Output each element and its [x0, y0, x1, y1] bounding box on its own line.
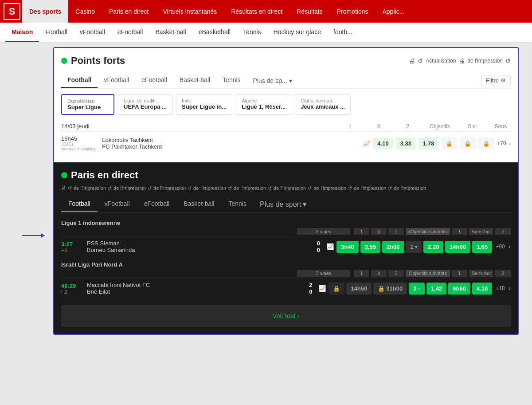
second-nav-efootball[interactable]: eFootball [111, 23, 149, 43]
voir-tout-container[interactable]: Voir tout › [61, 305, 511, 327]
live-odd-2-next-1[interactable]: 3 ▾ [409, 283, 425, 295]
live-chart-icon-1[interactable]: 📈 [324, 243, 336, 250]
refresh-sub-3[interactable]: ↺ [148, 185, 152, 191]
league-pill-uzbekistan[interactable]: Ouzbékistan Super Ligue [61, 94, 114, 115]
league-pill-clubs[interactable]: Clubs internati... Jeux amicaux ... [295, 94, 351, 115]
sport-tab-efootball[interactable]: eFootball [135, 73, 173, 88]
refresh-icon[interactable] [418, 57, 423, 64]
live-odd-1-x[interactable]: 3,55 [360, 241, 380, 253]
refresh-sub-6[interactable]: ↺ [268, 185, 272, 191]
live-more-sports[interactable]: Plus de sport ▾ [254, 197, 313, 212]
second-nav-tennis[interactable]: Tennis [237, 23, 267, 43]
live-more-2[interactable]: +18 [494, 285, 506, 291]
second-nav-hockey[interactable]: Hockey sur glace [267, 23, 327, 43]
chevron-down-icon: ▾ [289, 77, 292, 84]
live-chart-icon-2[interactable]: 📈 [316, 285, 329, 292]
nav-resultats-direct[interactable]: Résultats en direct [224, 0, 289, 23]
live-odd-1-next-1[interactable]: 1 ▾ [406, 241, 422, 253]
right-spacer [523, 47, 528, 335]
paris-direct-header: Paris en direct [61, 169, 511, 181]
odd-btn-1[interactable]: 4.10 [373, 138, 393, 149]
second-nav-football[interactable]: Football [39, 23, 74, 43]
second-nav-maison[interactable]: Maison [5, 23, 39, 43]
refresh-sub-9[interactable]: ↺ [388, 185, 392, 191]
odd-btn-locked-1[interactable]: 🔒 [441, 138, 457, 149]
second-nav-more[interactable]: footb... [327, 23, 359, 43]
paris-direct-section: Paris en direct 🖨 ↺ de l'impression ↺ de… [54, 162, 518, 334]
nav-des-sports[interactable]: Des sports [22, 0, 68, 23]
refresh-sub-1[interactable]: ↺ [68, 185, 72, 191]
live-tab-efootball[interactable]: eFootball [137, 197, 177, 212]
nav-paris-direct[interactable]: Paris en direct [102, 0, 156, 23]
sans-but-label-2: Sans but [469, 270, 493, 277]
league-pill-algerie[interactable]: Algérie Ligue 1, Réser... [236, 94, 291, 115]
odd-btn-x[interactable]: 3.33 [396, 138, 416, 149]
match-time: 16h45 [61, 135, 98, 142]
chart-icon[interactable]: 📈 [360, 140, 373, 147]
print-sub-icon[interactable]: 🖨 [61, 185, 66, 191]
filter-button[interactable]: Filtre ⚙ [481, 75, 511, 86]
print-icon-2[interactable]: 🖨 [458, 57, 465, 64]
sport-tab-basket[interactable]: Basket-ball [173, 73, 216, 88]
refresh-sub-5[interactable]: ↺ [228, 185, 232, 191]
odd-btn-locked-2[interactable]: 🔒 [460, 138, 476, 149]
sport-tab-vfootball[interactable]: vFootball [98, 73, 135, 88]
sport-tab-tennis[interactable]: Tennis [216, 73, 246, 88]
live-odd-2-val2-next[interactable]: 6h60 [448, 283, 470, 295]
live-odd-2-val1[interactable]: 14h50 [346, 283, 372, 295]
live-odd-1-val2[interactable]: 14h00 [445, 241, 470, 253]
logo[interactable]: S [4, 3, 20, 20]
match-teams: Lokomotiv Tachkent FC Pakhtakor Tachkent [98, 137, 360, 150]
refresh-sub-4[interactable]: ↺ [188, 185, 192, 191]
league-pill-europa[interactable]: Ligue de réalit... UEFA Europa ... [118, 94, 172, 115]
second-nav-ebasket[interactable]: eBasketball [192, 23, 237, 43]
refresh-sub-8[interactable]: ↺ [348, 185, 352, 191]
live-match-row-2: 49:29 H2 Maccabi Ironi Nativot FC 2 Bné … [61, 279, 511, 298]
refresh-sub-2[interactable]: ↺ [108, 185, 112, 191]
live-odd-2-val1-next[interactable]: 1,42 [426, 283, 446, 295]
live-tab-football[interactable]: Football [61, 197, 98, 212]
nav-resultats[interactable]: Résultats [289, 0, 329, 23]
live-odd-2-val2[interactable]: 🔒 31h00 [373, 283, 407, 295]
live-odd-1-time[interactable]: 3h40 [336, 241, 359, 253]
live-odd-1-val1[interactable]: 2.20 [423, 241, 443, 253]
nav-promotions[interactable]: Promotions [330, 0, 376, 23]
match-id-label: Numéro d'identifica... [61, 147, 98, 151]
paris-direct-title: Paris en direct [71, 169, 138, 181]
league-pill-inde[interactable]: Inde Super Ligue in... [176, 94, 232, 115]
col-label-2: 2 [398, 123, 418, 130]
sub-col-x: X [371, 228, 387, 235]
live-chevron-right-1[interactable]: › [509, 243, 511, 251]
live-odd-1-2[interactable]: 2h00 [382, 241, 404, 253]
live-tab-basket[interactable]: Basket-ball [176, 197, 221, 212]
refresh-sub-7[interactable]: ↺ [308, 185, 312, 191]
sub-actions: 🖨 ↺ de l'impression ↺ de l'impression ↺ … [61, 185, 511, 191]
refresh-icon-2[interactable]: ↺ [505, 57, 511, 64]
live-odd-1-val3[interactable]: 1,65 [472, 241, 492, 253]
more-sports-dropdown[interactable]: Plus de sp... ▾ [247, 74, 298, 88]
live-odd-2-val3-next[interactable]: 4.10 [472, 283, 492, 295]
sub-col-1: 1 [354, 228, 369, 235]
nav-virtuels[interactable]: Virtuels instantanés [156, 0, 224, 23]
match-team1: Lokomotiv Tachkent [102, 137, 357, 143]
odd-btn-locked-3[interactable]: 🔒 [478, 138, 494, 149]
live-more-1[interactable]: +90 [494, 244, 506, 250]
live-odds-1: 3h40 3,55 2h00 1 ▾ 2.20 14h00 1,65 +90 › [336, 241, 511, 253]
match-row: 16h45 30451 Numéro d'identifica... Lokom… [61, 132, 511, 155]
nav-applic[interactable]: Applic... [376, 0, 412, 23]
sub-col-2-2: 2 [388, 270, 404, 277]
sport-tab-football[interactable]: Football [61, 73, 98, 88]
live-sport-tabs: Football vFootball eFootball Basket-ball… [61, 197, 511, 212]
live-chevron-right-2[interactable]: › [509, 284, 511, 292]
chevron-right-icon[interactable]: › [509, 140, 511, 147]
live-tab-tennis[interactable]: Tennis [221, 197, 253, 212]
dropdown-icon-1: ▾ [415, 244, 417, 249]
second-nav-basket[interactable]: Basket-ball [149, 23, 192, 43]
live-odd-2-locked[interactable]: 🔒 [329, 283, 344, 295]
odd-btn-2[interactable]: 1.78 [419, 138, 438, 149]
print-icon[interactable]: 🖨 [409, 57, 415, 64]
second-nav-vfootball[interactable]: vFootball [74, 23, 111, 43]
nav-casino[interactable]: Casino [68, 0, 102, 23]
more-bets[interactable]: +70 [497, 140, 506, 146]
live-tab-vfootball[interactable]: vFootball [98, 197, 137, 212]
